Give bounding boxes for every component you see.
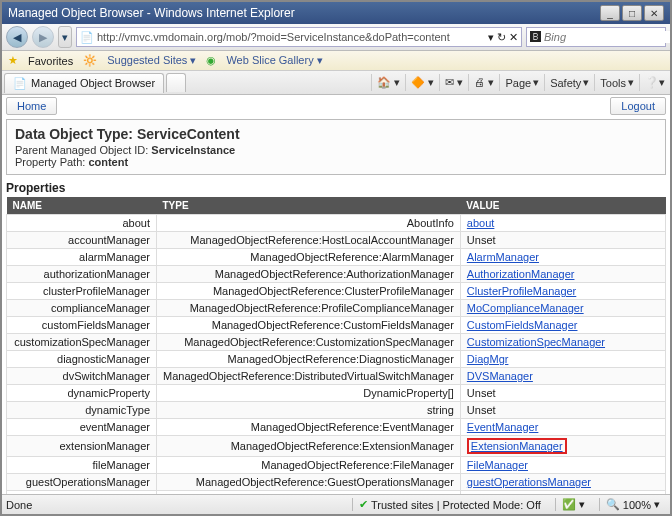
cell-type: ManagedObjectReference:AuthorizationMana… — [157, 266, 461, 283]
cell-type: ManagedObjectReference:GuestOperationsMa… — [157, 474, 461, 491]
cell-name: diagnosticManager — [7, 351, 157, 368]
value-link[interactable]: AlarmManager — [467, 251, 539, 263]
window-buttons: _ □ ✕ — [600, 5, 664, 21]
cell-type: ManagedObjectReference:DistributedVirtua… — [157, 368, 461, 385]
zoom-control[interactable]: 🔍 100% ▾ — [599, 498, 666, 511]
cell-type: ManagedObjectReference:ExtensionManager — [157, 436, 461, 457]
print-icon-button[interactable]: 🖨 ▾ — [468, 74, 499, 91]
cell-name: eventManager — [7, 419, 157, 436]
cell-value: guestOperationsManager — [460, 474, 665, 491]
value-link[interactable]: AuthorizationManager — [467, 268, 575, 280]
address-bar[interactable]: 📄 ▾ ↻ ✕ — [76, 27, 522, 47]
cell-value: AuthorizationManager — [460, 266, 665, 283]
search-input[interactable] — [544, 31, 672, 43]
web-slice-link[interactable]: Web Slice Gallery ▾ — [226, 54, 322, 67]
suggested-sites-link[interactable]: Suggested Sites ▾ — [107, 54, 196, 67]
cell-type: ManagedObjectReference:DiagnosticManager — [157, 351, 461, 368]
cell-type: ManagedObjectReference:AlarmManager — [157, 249, 461, 266]
bing-icon: 🅱 — [530, 31, 541, 43]
minimize-button[interactable]: _ — [600, 5, 620, 21]
nav-toolbar: ◀ ▶ ▾ 📄 ▾ ↻ ✕ 🅱 🔍 — [2, 24, 670, 51]
col-type: TYPE — [157, 197, 461, 215]
url-input[interactable] — [97, 31, 485, 43]
table-row: guestOperationsManagerManagedObjectRefer… — [7, 474, 666, 491]
favorites-star-icon[interactable]: ★ — [8, 54, 18, 67]
cell-name: dynamicProperty — [7, 385, 157, 402]
cell-name: authorizationManager — [7, 266, 157, 283]
forward-button[interactable]: ▶ — [32, 26, 54, 48]
page-content: Home Logout Data Object Type: ServiceCon… — [2, 95, 670, 494]
stop-icon[interactable]: ✕ — [509, 31, 518, 44]
home-icon-button[interactable]: 🏠 ▾ — [371, 74, 405, 91]
value-link[interactable]: MoComplianceManager — [467, 302, 584, 314]
page-menu[interactable]: Page ▾ — [499, 74, 544, 91]
cell-type: ManagedObjectReference:ProfileCompliance… — [157, 300, 461, 317]
close-button[interactable]: ✕ — [644, 5, 664, 21]
table-row: complianceManagerManagedObjectReference:… — [7, 300, 666, 317]
cell-value: ClusterProfileManager — [460, 283, 665, 300]
table-row: dynamicPropertyDynamicProperty[]Unset — [7, 385, 666, 402]
cell-value: CustomizationSpecManager — [460, 334, 665, 351]
cell-name: clusterProfileManager — [7, 283, 157, 300]
table-row: authorizationManagerManagedObjectReferen… — [7, 266, 666, 283]
recent-dropdown[interactable]: ▾ — [58, 26, 72, 48]
tab-bar: 📄 Managed Object Browser 🏠 ▾ 🔶 ▾ ✉ ▾ 🖨 ▾… — [2, 71, 670, 95]
cell-value: DiagMgr — [460, 351, 665, 368]
object-heading: Data Object Type: ServiceContent — [15, 126, 657, 142]
value-link[interactable]: DiagMgr — [467, 353, 509, 365]
value-link[interactable]: DVSManager — [467, 370, 533, 382]
value-link[interactable]: about — [467, 217, 495, 229]
tab-title: Managed Object Browser — [31, 77, 155, 89]
value-link[interactable]: EventManager — [467, 421, 539, 433]
value-link[interactable]: CustomFieldsManager — [467, 319, 578, 331]
table-row: dynamicTypestringUnset — [7, 402, 666, 419]
table-row: customFieldsManagerManagedObjectReferenc… — [7, 317, 666, 334]
cell-value: Unset — [460, 385, 665, 402]
cell-name: alarmManager — [7, 249, 157, 266]
value-link[interactable]: CustomizationSpecManager — [467, 336, 605, 348]
url-dropdown-icon[interactable]: ▾ — [488, 31, 494, 44]
value-link[interactable]: guestOperationsManager — [467, 476, 591, 488]
safety-menu[interactable]: Safety ▾ — [544, 74, 594, 91]
maximize-button[interactable]: □ — [622, 5, 642, 21]
new-tab-button[interactable] — [166, 73, 186, 92]
tools-menu[interactable]: Tools ▾ — [594, 74, 639, 91]
cell-name: extensionManager — [7, 436, 157, 457]
cell-type: ManagedObjectReference:CustomizationSpec… — [157, 334, 461, 351]
value-link[interactable]: ClusterProfileManager — [467, 285, 576, 297]
page-icon: 📄 — [80, 31, 94, 44]
table-row: dvSwitchManagerManagedObjectReference:Di… — [7, 368, 666, 385]
tab-active[interactable]: 📄 Managed Object Browser — [4, 73, 164, 93]
cell-type: ManagedObjectReference:EventManager — [157, 419, 461, 436]
status-settings[interactable]: ✅ ▾ — [555, 498, 591, 511]
mail-icon-button[interactable]: ✉ ▾ — [439, 74, 468, 91]
help-icon-button[interactable]: ❔▾ — [639, 74, 670, 91]
refresh-icon[interactable]: ↻ — [497, 31, 506, 44]
cell-name: customFieldsManager — [7, 317, 157, 334]
cell-value: EventManager — [460, 419, 665, 436]
cell-name: about — [7, 215, 157, 232]
suggested-icon: 🔆 — [83, 54, 97, 67]
logout-link[interactable]: Logout — [610, 97, 666, 115]
cell-value: MoComplianceManager — [460, 300, 665, 317]
cell-name: accountManager — [7, 232, 157, 249]
cell-name: dynamicType — [7, 402, 157, 419]
cell-value: ExtensionManager — [460, 436, 665, 457]
back-button[interactable]: ◀ — [6, 26, 28, 48]
cell-type: ManagedObjectReference:HostLocalAccountM… — [157, 232, 461, 249]
search-box[interactable]: 🅱 🔍 — [526, 27, 666, 47]
table-row: diagnosticManagerManagedObjectReference:… — [7, 351, 666, 368]
cell-value: Unset — [460, 402, 665, 419]
status-zone[interactable]: ✔Trusted sites | Protected Mode: Off — [352, 498, 547, 511]
cell-value: FileManager — [460, 457, 665, 474]
home-link[interactable]: Home — [6, 97, 57, 115]
value-link[interactable]: ExtensionManager — [471, 440, 563, 452]
tab-page-icon: 📄 — [13, 77, 27, 90]
status-bar: Done ✔Trusted sites | Protected Mode: Of… — [2, 494, 670, 514]
parent-line: Parent Managed Object ID: ServiceInstanc… — [15, 144, 657, 156]
value-link[interactable]: FileManager — [467, 459, 528, 471]
cell-name: fileManager — [7, 457, 157, 474]
status-done: Done — [6, 499, 32, 511]
window-titlebar: Managed Object Browser - Windows Interne… — [2, 2, 670, 24]
feeds-icon-button[interactable]: 🔶 ▾ — [405, 74, 439, 91]
